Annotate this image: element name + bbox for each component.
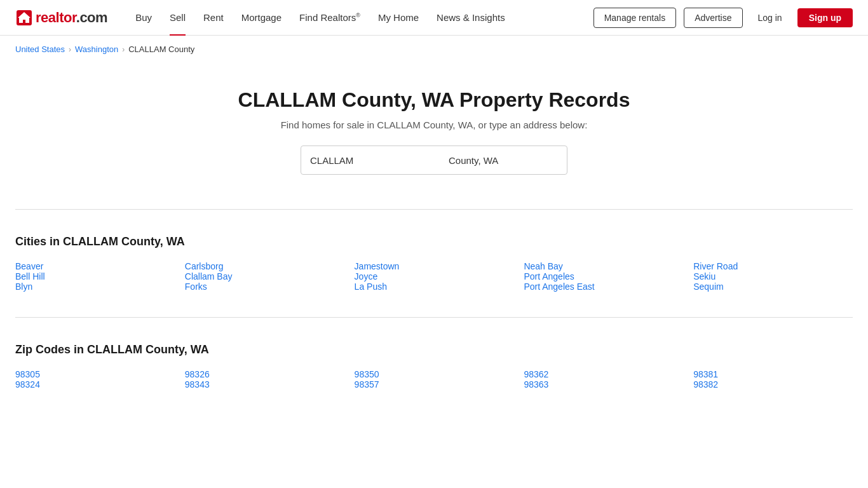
zip-col-1: 98305 98324: [15, 369, 175, 390]
zip-col-2: 98326 98343: [185, 369, 344, 390]
list-item: 98350: [355, 369, 514, 379]
main-nav: Buy Sell Rent Mortgage Find Realtors® My…: [128, 7, 593, 28]
list-item: Sekiu: [693, 271, 853, 281]
list-item: Neah Bay: [524, 261, 683, 271]
cities-grid: Beaver Bell Hill Blyn Carlsborg Clallam …: [15, 261, 853, 292]
header-actions: Manage rentals Advertise Log in Sign up: [593, 8, 853, 28]
list-item: 98357: [355, 379, 514, 390]
list-item: 98324: [15, 379, 175, 390]
logo[interactable]: realtor.com: [15, 9, 107, 27]
breadcrumb-us[interactable]: United States: [15, 44, 65, 54]
list-item: 98362: [524, 369, 683, 379]
nav-find-realtors[interactable]: Find Realtors®: [292, 7, 368, 28]
list-item: 98343: [185, 379, 344, 390]
cities-col-3: Jamestown Joyce La Push: [355, 261, 514, 292]
nav-mortgage[interactable]: Mortgage: [234, 7, 289, 28]
list-item: Blyn: [15, 281, 175, 292]
zipcodes-section: Zip Codes in CLALLAM County, WA 98305 98…: [15, 328, 853, 405]
nav-my-home[interactable]: My Home: [370, 7, 426, 28]
breadcrumb-county: CLALLAM County: [128, 44, 194, 54]
title-section: CLALLAM County, WA Property Records Find…: [15, 63, 853, 199]
cities-col-4: Neah Bay Port Angeles Port Angeles East: [524, 261, 683, 292]
search-container: ✕: [15, 146, 853, 175]
list-item: Sequim: [693, 281, 853, 292]
cities-col-2: Carlsborg Clallam Bay Forks: [185, 261, 344, 292]
search-input-left[interactable]: [301, 149, 440, 172]
breadcrumb-sep-1: ›: [69, 45, 71, 54]
main-content: CLALLAM County, WA Property Records Find…: [0, 63, 868, 405]
breadcrumb-sep-2: ›: [122, 45, 125, 54]
divider-1: [15, 209, 853, 210]
search-bar: ✕: [301, 146, 567, 175]
list-item: 98305: [15, 369, 175, 379]
zip-col-5: 98381 98382: [693, 369, 853, 390]
list-item: Jamestown: [355, 261, 514, 271]
list-item: 98363: [524, 379, 683, 390]
signup-button[interactable]: Sign up: [797, 8, 853, 27]
list-item: River Road: [693, 261, 853, 271]
nav-buy[interactable]: Buy: [128, 7, 159, 28]
list-item: Forks: [185, 281, 344, 292]
login-button[interactable]: Log in: [750, 8, 790, 27]
cities-section: Cities in CLALLAM County, WA Beaver Bell…: [15, 220, 853, 307]
nav-sell[interactable]: Sell: [162, 7, 193, 28]
list-item: Joyce: [355, 271, 514, 281]
page-title: CLALLAM County, WA Property Records: [15, 88, 853, 112]
list-item: La Push: [355, 281, 514, 292]
list-item: Beaver: [15, 261, 175, 271]
zip-col-4: 98362 98363: [524, 369, 683, 390]
list-item: 98382: [693, 379, 853, 390]
list-item: Carlsborg: [185, 261, 344, 271]
advertise-button[interactable]: Advertise: [684, 8, 742, 28]
cities-title: Cities in CLALLAM County, WA: [15, 235, 853, 248]
list-item: Port Angeles East: [524, 281, 683, 292]
list-item: Bell Hill: [15, 271, 175, 281]
zipcodes-title: Zip Codes in CLALLAM County, WA: [15, 343, 853, 356]
list-item: 98326: [185, 369, 344, 379]
list-item: 98381: [693, 369, 853, 379]
logo-text: realtor.com: [36, 10, 107, 26]
search-input-right[interactable]: [440, 149, 567, 172]
list-item: Clallam Bay: [185, 271, 344, 281]
cities-col-5: River Road Sekiu Sequim: [693, 261, 853, 292]
house-icon: [15, 9, 33, 27]
list-item: Port Angeles: [524, 271, 683, 281]
cities-col-1: Beaver Bell Hill Blyn: [15, 261, 175, 292]
header: realtor.com Buy Sell Rent Mortgage Find …: [0, 0, 868, 36]
breadcrumb-wa[interactable]: Washington: [75, 44, 118, 54]
page-subtitle: Find homes for sale in CLALLAM County, W…: [15, 119, 853, 130]
nav-news[interactable]: News & Insights: [429, 7, 513, 28]
nav-rent[interactable]: Rent: [196, 7, 231, 28]
zip-grid: 98305 98324 98326 98343 98350 98357 9836…: [15, 369, 853, 390]
breadcrumb: United States › Washington › CLALLAM Cou…: [0, 36, 868, 63]
manage-rentals-button[interactable]: Manage rentals: [593, 8, 677, 28]
zip-col-3: 98350 98357: [355, 369, 514, 390]
divider-2: [15, 317, 853, 318]
